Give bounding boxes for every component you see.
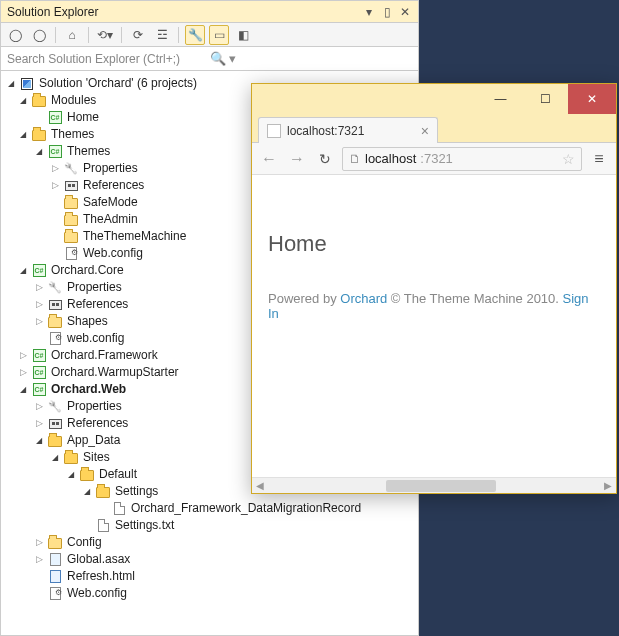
tree-item-label: Properties <box>65 398 122 415</box>
scroll-left-icon[interactable]: ◀ <box>252 480 268 491</box>
tree-item-label: Themes <box>49 126 94 143</box>
tree-item-label: Default <box>97 466 137 483</box>
refresh-icon[interactable]: ⟳ <box>128 25 148 45</box>
expand-icon[interactable] <box>79 483 95 500</box>
expand-icon[interactable] <box>15 92 31 109</box>
expand-icon[interactable] <box>31 432 47 449</box>
expand-icon[interactable] <box>15 262 31 279</box>
expand-icon[interactable] <box>15 364 31 381</box>
pin-icon[interactable]: ▯ <box>378 3 396 21</box>
minimize-icon[interactable]: — <box>478 84 523 114</box>
chrome-menu-icon[interactable]: ≡ <box>588 150 610 168</box>
address-bar[interactable]: 🗋 localhost:7321 ☆ <box>342 147 582 171</box>
tree-item-label: Web.config <box>81 245 143 262</box>
tree-item-label: Orchard.WarmupStarter <box>49 364 179 381</box>
browser-viewport: Home Powered by Orchard © The Theme Mach… <box>252 175 616 477</box>
browser-tabstrip: localhost:7321 × <box>252 114 616 142</box>
footer-link-orchard[interactable]: Orchard <box>340 291 387 306</box>
folder-open-icon <box>31 93 47 109</box>
wrench-icon <box>47 399 63 415</box>
csproj-icon <box>47 144 63 160</box>
expand-icon[interactable] <box>3 75 19 92</box>
browser-toolbar: ← → ↻ 🗋 localhost:7321 ☆ ≡ <box>252 142 616 175</box>
sync-icon[interactable]: ⟲▾ <box>95 25 115 45</box>
expand-icon[interactable] <box>31 415 47 432</box>
tree-item-label: References <box>65 415 128 432</box>
tab-close-icon[interactable]: × <box>421 123 429 139</box>
config-icon <box>63 246 79 262</box>
expand-icon[interactable] <box>47 177 63 194</box>
home-icon[interactable]: ⌂ <box>62 25 82 45</box>
tree-item[interactable]: Orchard_Framework_DataMigrationRecord <box>1 500 418 517</box>
folder-icon <box>47 314 63 330</box>
folder-icon <box>63 195 79 211</box>
tree-item[interactable]: Config <box>1 534 418 551</box>
tree-item[interactable]: Global.asax <box>1 551 418 568</box>
window-position-icon[interactable]: ▾ <box>360 3 378 21</box>
expand-icon[interactable] <box>31 398 47 415</box>
show-all-files-icon[interactable]: ▭ <box>209 25 229 45</box>
scroll-right-icon[interactable]: ▶ <box>600 480 616 491</box>
csproj-icon <box>31 348 47 364</box>
expand-icon[interactable] <box>31 296 47 313</box>
expand-icon[interactable] <box>47 449 63 466</box>
nav-forward-icon[interactable]: → <box>286 150 308 168</box>
expand-icon[interactable] <box>15 347 31 364</box>
expand-icon[interactable] <box>31 551 47 568</box>
reload-icon[interactable]: ↻ <box>314 151 336 167</box>
preview-icon[interactable]: ◧ <box>233 25 253 45</box>
expand-icon[interactable] <box>15 381 31 398</box>
folder-icon <box>47 535 63 551</box>
expand-icon[interactable] <box>63 466 79 483</box>
expand-icon[interactable] <box>15 126 31 143</box>
file-icon <box>111 501 127 517</box>
solution-explorer-title: Solution Explorer <box>5 5 360 19</box>
expand-icon[interactable] <box>31 279 47 296</box>
search-placeholder: Search Solution Explorer (Ctrl+;) <box>7 52 210 66</box>
tab-title: localhost:7321 <box>287 124 415 138</box>
folder-open-icon <box>31 127 47 143</box>
favicon-icon <box>267 124 281 138</box>
folder-open-icon <box>47 433 63 449</box>
browser-tab[interactable]: localhost:7321 × <box>258 117 438 143</box>
tree-item-label: TheThemeMachine <box>81 228 186 245</box>
tree-item-label: Orchard.Web <box>49 381 126 398</box>
tree-item[interactable]: Settings.txt <box>1 517 418 534</box>
html-icon <box>47 569 63 585</box>
close-icon[interactable]: ✕ <box>396 3 414 21</box>
collapse-all-icon[interactable]: ☲ <box>152 25 172 45</box>
solution-explorer-toolbar: ◯ ◯ ⌂ ⟲▾ ⟳ ☲ 🔧 ▭ ◧ <box>0 22 419 47</box>
nav-back-icon[interactable]: ← <box>258 150 280 168</box>
wrench-icon <box>47 280 63 296</box>
refs-icon <box>47 416 63 432</box>
expand-icon[interactable] <box>31 534 47 551</box>
expand-icon[interactable] <box>31 143 47 160</box>
browser-titlebar[interactable]: — ☐ ✕ <box>252 84 616 114</box>
nav-forward-icon[interactable]: ◯ <box>29 25 49 45</box>
tree-item-label: Themes <box>65 143 110 160</box>
folder-open-icon <box>63 450 79 466</box>
close-window-icon[interactable]: ✕ <box>568 84 616 114</box>
tree-item-label: web.config <box>65 330 124 347</box>
config-icon <box>47 331 63 347</box>
page-heading: Home <box>268 231 600 257</box>
tree-item-label: Properties <box>65 279 122 296</box>
nav-back-icon[interactable]: ◯ <box>5 25 25 45</box>
tree-item[interactable]: Refresh.html <box>1 568 418 585</box>
scrollbar-thumb[interactable] <box>386 480 496 492</box>
expand-icon[interactable] <box>31 313 47 330</box>
separator <box>88 27 89 43</box>
footer-text: © The Theme Machine 2010. <box>387 291 562 306</box>
tree-item-label: Shapes <box>65 313 108 330</box>
expand-icon[interactable] <box>47 160 63 177</box>
tree-item[interactable]: Web.config <box>1 585 418 602</box>
horizontal-scrollbar[interactable]: ◀ ▶ <box>252 477 616 493</box>
refs-icon <box>47 297 63 313</box>
tree-item-label: Settings.txt <box>113 517 174 534</box>
tree-item-label: Sites <box>81 449 110 466</box>
bookmark-star-icon[interactable]: ☆ <box>562 151 575 167</box>
tree-item-label: Orchard.Framework <box>49 347 158 364</box>
properties-icon[interactable]: 🔧 <box>185 25 205 45</box>
solution-explorer-search[interactable]: Search Solution Explorer (Ctrl+;) 🔍 ▾ <box>0 47 419 71</box>
maximize-icon[interactable]: ☐ <box>523 84 568 114</box>
